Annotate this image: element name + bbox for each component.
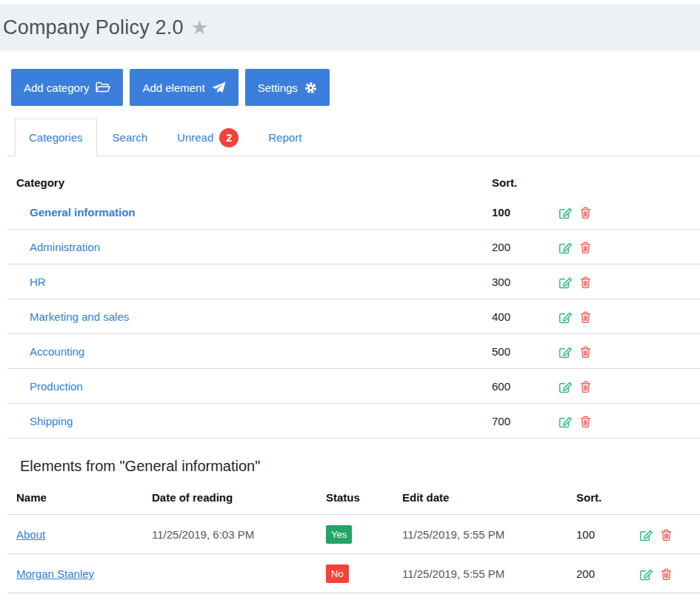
category-row: Shipping 700 — [7, 404, 700, 439]
category-sort-value: 100 — [492, 206, 510, 219]
unread-count-badge: 2 — [219, 128, 239, 147]
settings-button[interactable]: Settings — [245, 69, 330, 106]
element-link[interactable]: About — [16, 528, 45, 541]
trash-icon — [661, 529, 672, 542]
add-category-button[interactable]: Add category — [11, 69, 123, 106]
element-sort-value: 200 — [576, 567, 595, 580]
edit-icon — [559, 206, 572, 219]
column-header-sort: Sort. — [567, 475, 630, 515]
paper-plane-icon — [212, 81, 226, 94]
favorite-star-icon[interactable]: ★ — [191, 18, 208, 37]
category-sort-value: 500 — [492, 345, 510, 358]
category-link[interactable]: Shipping — [30, 415, 73, 427]
delete-button[interactable] — [580, 276, 591, 289]
elements-section-heading: Elements from "General information" — [20, 458, 700, 475]
gear-icon — [304, 81, 317, 94]
edit-icon — [559, 380, 572, 393]
category-sort-value: 400 — [492, 310, 510, 323]
add-category-label: Add category — [24, 81, 89, 94]
toolbar: Add category Add element Settings — [11, 69, 700, 106]
edit-button[interactable] — [559, 345, 572, 359]
edit-icon — [559, 241, 572, 254]
row-actions — [550, 334, 700, 369]
date-of-reading-value: 11/25/2019, 6:03 PM — [152, 528, 254, 541]
edit-date-value: 11/25/2019, 5:55 PM — [402, 567, 504, 580]
row-actions — [550, 195, 700, 230]
delete-button[interactable] — [661, 568, 672, 581]
row-actions — [630, 515, 700, 554]
edit-button[interactable] — [559, 206, 572, 219]
category-link[interactable]: General information — [30, 206, 136, 219]
tab-report[interactable]: Report — [254, 119, 316, 156]
trash-icon — [580, 416, 591, 428]
page-header: Company Policy 2.0 ★ — [0, 4, 700, 50]
edit-date-value: 11/25/2019, 5:55 PM — [402, 528, 504, 541]
edit-button[interactable] — [639, 567, 653, 581]
category-row: Production 600 — [7, 369, 700, 404]
category-row: General information 100 — [7, 195, 700, 230]
edit-button[interactable] — [559, 241, 572, 254]
category-row: HR 300 — [7, 264, 700, 299]
category-row: Marketing and sales 400 — [7, 299, 700, 334]
element-row: About 11/25/2019, 6:03 PM Yes 11/25/2019… — [7, 515, 700, 554]
trash-icon — [580, 381, 591, 393]
delete-button[interactable] — [580, 207, 591, 219]
edit-icon — [559, 415, 572, 428]
column-header-category: Category — [7, 156, 483, 195]
main-content: Add category Add element Settings — [0, 69, 700, 603]
edit-icon — [639, 528, 653, 542]
categories-table: Category Sort. General information 100 — [7, 156, 700, 439]
column-header-date-of-reading: Date of reading — [143, 475, 317, 515]
edit-button[interactable] — [639, 528, 653, 542]
category-row: Accounting 500 — [7, 334, 700, 369]
row-actions — [550, 299, 700, 334]
column-header-actions — [550, 156, 700, 195]
edit-icon — [639, 567, 653, 581]
delete-button[interactable] — [580, 311, 591, 324]
column-header-status: Status — [317, 475, 393, 515]
category-link[interactable]: Production — [30, 380, 83, 393]
edit-button[interactable] — [559, 380, 572, 393]
folder-open-icon — [96, 81, 110, 93]
trash-icon — [580, 207, 591, 219]
tab-search[interactable]: Search — [99, 119, 162, 156]
row-actions — [630, 554, 700, 593]
column-header-actions — [630, 475, 700, 515]
delete-button[interactable] — [580, 381, 591, 393]
category-link[interactable]: Administration — [30, 241, 100, 253]
column-header-edit-date: Edit date — [393, 475, 567, 515]
delete-button[interactable] — [580, 346, 591, 359]
category-sort-value: 600 — [492, 380, 510, 393]
edit-icon — [559, 345, 572, 359]
tab-unread[interactable]: Unread 2 — [163, 119, 253, 156]
edit-button[interactable] — [559, 415, 572, 428]
column-header-sort: Sort. — [483, 156, 550, 195]
row-actions — [550, 369, 700, 404]
tab-unread-label: Unread — [177, 131, 213, 144]
status-badge: No — [326, 564, 349, 583]
row-actions — [550, 264, 700, 299]
column-header-name: Name — [7, 475, 143, 515]
trash-icon — [580, 311, 591, 324]
delete-button[interactable] — [580, 416, 591, 428]
row-actions — [550, 230, 700, 264]
delete-button[interactable] — [661, 529, 672, 542]
category-link[interactable]: HR — [30, 276, 46, 288]
trash-icon — [661, 568, 672, 581]
trash-icon — [580, 276, 591, 289]
edit-button[interactable] — [559, 310, 572, 324]
category-link[interactable]: Marketing and sales — [30, 310, 129, 323]
delete-button[interactable] — [580, 241, 591, 254]
edit-button[interactable] — [559, 276, 572, 289]
edit-icon — [559, 276, 572, 289]
category-link[interactable]: Accounting — [30, 345, 84, 358]
trash-icon — [580, 241, 591, 254]
add-element-button[interactable]: Add element — [130, 69, 238, 106]
tab-categories[interactable]: Categories — [15, 119, 97, 156]
element-row: Morgan Stanley No 11/25/2019, 5:55 PM 20… — [7, 554, 700, 593]
element-link[interactable]: Morgan Stanley — [16, 567, 94, 580]
category-sort-value: 700 — [492, 415, 510, 427]
row-actions — [550, 404, 700, 439]
category-row: Administration 200 — [7, 230, 700, 264]
tab-bar: Categories Search Unread 2 Report — [7, 119, 700, 156]
